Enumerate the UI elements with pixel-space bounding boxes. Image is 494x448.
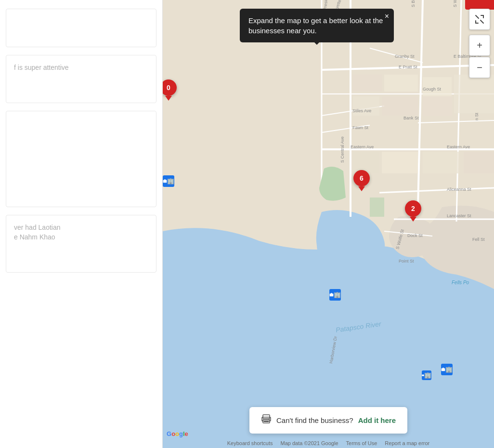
add-business-link[interactable]: Add it here bbox=[358, 416, 396, 424]
svg-rect-18 bbox=[382, 96, 418, 116]
map-footer: Keyboard shortcuts Map data ©2021 Google… bbox=[163, 440, 494, 446]
blue-pin-2[interactable] bbox=[329, 289, 341, 301]
zoom-in-button[interactable]: + bbox=[469, 35, 490, 56]
review-text-4: ver had Laotian e Nahm Khao bbox=[14, 224, 61, 241]
review-card-2: f is super attentive bbox=[6, 55, 156, 103]
map-data-text: Map data ©2021 Google bbox=[281, 440, 338, 446]
red-top-bar bbox=[465, 0, 494, 10]
tooltip-text: Expand the map to get a better look at t… bbox=[248, 16, 383, 35]
svg-text:S Broadway: S Broadway bbox=[411, 0, 416, 7]
pin-tail-6 bbox=[358, 186, 365, 191]
map-pin-2[interactable]: 2 bbox=[405, 200, 421, 220]
svg-text:E Pratt St: E Pratt St bbox=[399, 65, 417, 69]
svg-text:Eastern Ave: Eastern Ave bbox=[447, 145, 470, 149]
svg-text:Bank St: Bank St bbox=[403, 116, 419, 120]
tooltip-close-button[interactable]: × bbox=[385, 13, 389, 20]
bottom-bar-static-text: Can't find the business? bbox=[276, 416, 353, 424]
svg-rect-21 bbox=[423, 96, 452, 116]
svg-text:S Central Ave: S Central Ave bbox=[340, 136, 345, 163]
svg-text:Gough St: Gough St bbox=[423, 87, 442, 92]
blue-pin-3[interactable] bbox=[441, 364, 453, 375]
svg-rect-57 bbox=[442, 368, 444, 369]
svg-text:Aliceanna St: Aliceanna St bbox=[447, 187, 471, 192]
review-card-3 bbox=[6, 111, 156, 207]
svg-rect-58 bbox=[422, 375, 424, 376]
svg-rect-24 bbox=[423, 152, 459, 173]
svg-text:Fell St: Fell St bbox=[472, 237, 485, 242]
svg-text:Fawn St: Fawn St bbox=[352, 125, 369, 130]
map-container: Lafayette St Granby St E Baltimore St E … bbox=[163, 0, 494, 448]
svg-rect-23 bbox=[382, 152, 418, 173]
pin-label-0: 0 bbox=[163, 79, 177, 96]
map-pin-6[interactable]: 6 bbox=[353, 170, 370, 189]
svg-rect-55 bbox=[331, 293, 332, 294]
pin-label-6: 6 bbox=[353, 170, 370, 186]
svg-text:Granby St: Granby St bbox=[395, 54, 415, 59]
report-error-link[interactable]: Report a map error bbox=[385, 440, 429, 446]
svg-rect-59 bbox=[263, 415, 270, 419]
review-card-1 bbox=[6, 9, 156, 47]
add-business-bar: Can't find the business? Add it here bbox=[249, 407, 407, 434]
terms-of-use-link[interactable]: Terms of Use bbox=[346, 440, 377, 446]
keyboard-shortcuts-link[interactable]: Keyboard shortcuts bbox=[227, 440, 273, 446]
map-pin-0[interactable]: 0 bbox=[163, 79, 177, 99]
svg-text:n St: n St bbox=[474, 112, 479, 120]
svg-text:Lancaster St: Lancaster St bbox=[447, 213, 471, 218]
svg-rect-25 bbox=[464, 152, 494, 173]
left-panel: f is super attentive ver had Laotian e N… bbox=[0, 0, 163, 448]
google-logo: Google bbox=[167, 430, 188, 437]
blue-pin-4[interactable] bbox=[422, 370, 431, 380]
svg-text:Dock St: Dock St bbox=[407, 233, 423, 238]
svg-rect-20 bbox=[454, 75, 494, 113]
svg-text:Stiles Ave: Stiles Ave bbox=[352, 108, 371, 113]
review-card-4: ver had Laotian e Nahm Khao bbox=[6, 215, 156, 273]
review-text-2: f is super attentive bbox=[14, 64, 69, 71]
svg-text:S Wolfe St: S Wolfe St bbox=[453, 0, 457, 7]
svg-point-63 bbox=[269, 419, 270, 420]
blue-pin-1[interactable] bbox=[163, 175, 174, 187]
map-svg: Lafayette St Granby St E Baltimore St E … bbox=[163, 0, 494, 448]
svg-rect-16 bbox=[384, 75, 418, 92]
pin-tail-0 bbox=[165, 96, 172, 101]
map-tooltip: × Expand the map to get a better look at… bbox=[240, 9, 394, 42]
map-controls: + − bbox=[469, 9, 490, 78]
svg-rect-62 bbox=[264, 421, 269, 422]
svg-text:Point St: Point St bbox=[399, 259, 414, 264]
pin-tail-2 bbox=[410, 217, 416, 222]
expand-map-button[interactable] bbox=[469, 9, 490, 30]
svg-rect-15 bbox=[353, 75, 382, 92]
svg-text:Fells Po: Fells Po bbox=[452, 280, 469, 285]
svg-rect-26 bbox=[370, 198, 384, 217]
svg-text:Eastern Ave: Eastern Ave bbox=[351, 145, 374, 149]
pin-label-2: 2 bbox=[405, 200, 421, 217]
zoom-out-button[interactable]: − bbox=[469, 57, 490, 78]
svg-rect-53 bbox=[164, 179, 166, 181]
printer-icon bbox=[261, 414, 272, 427]
